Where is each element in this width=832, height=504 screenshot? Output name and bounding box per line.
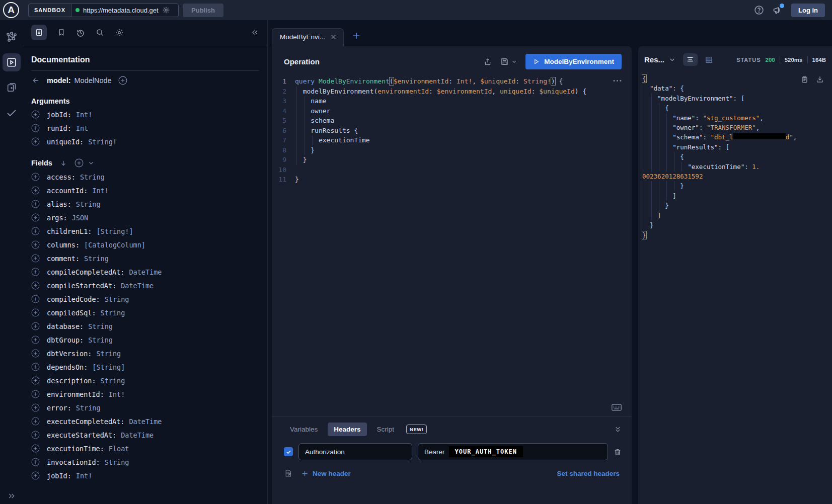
field-type-link[interactable]: String <box>84 255 109 263</box>
header-key-input[interactable]: Authorization <box>298 443 412 460</box>
edit-as-code-icon[interactable] <box>284 469 292 478</box>
add-to-operation-plus-icon[interactable] <box>31 200 40 208</box>
response-dropdown-chevron-icon[interactable] <box>669 56 675 63</box>
field-type-link[interactable]: String <box>76 200 101 208</box>
new-header-button[interactable]: New header <box>301 470 351 477</box>
field-type-link[interactable]: String <box>80 173 105 181</box>
sort-fields-arrow-icon[interactable] <box>60 159 67 167</box>
field-name[interactable]: columns: <box>47 241 80 249</box>
add-to-operation-plus-icon[interactable] <box>31 431 40 439</box>
field-name[interactable]: dbtGroup: <box>47 336 84 344</box>
add-to-operation-plus-icon[interactable] <box>31 240 40 249</box>
breadcrumb-type-link[interactable]: ModelNode <box>74 76 112 85</box>
endpoint-settings-gear-icon[interactable] <box>162 6 170 14</box>
add-all-fields-plus-icon[interactable] <box>74 158 84 167</box>
field-type-link[interactable]: String <box>88 336 113 344</box>
endpoint-url-box[interactable]: https://metadata.cloud.get <box>71 4 178 17</box>
field-name[interactable]: jobId: <box>47 111 71 119</box>
editor-code-line[interactable]: 3name <box>272 96 632 106</box>
field-name[interactable]: description: <box>47 377 96 385</box>
add-to-operation-plus-icon[interactable] <box>31 124 40 132</box>
schema-graph-icon[interactable] <box>3 28 21 46</box>
add-to-operation-plus-icon[interactable] <box>31 186 40 195</box>
field-type-link[interactable]: Int! <box>76 111 93 119</box>
field-type-link[interactable]: DateTime <box>121 282 154 290</box>
editor-code-line[interactable]: 11} <box>272 175 632 185</box>
field-name[interactable]: compileStartedAt: <box>47 282 116 290</box>
field-name[interactable]: access: <box>47 173 75 181</box>
editor-code-line[interactable]: 9} <box>272 155 632 165</box>
share-operation-icon[interactable] <box>484 57 492 66</box>
field-name[interactable]: compileCompletedAt: <box>47 268 124 276</box>
field-type-link[interactable]: [String] <box>92 363 125 371</box>
field-type-link[interactable]: [CatalogColumn] <box>84 241 145 249</box>
delete-header-trash-icon[interactable] <box>614 448 622 456</box>
graphql-editor[interactable]: 1query ModelByEnvironment($environmentId… <box>272 74 632 416</box>
run-operation-button[interactable]: ModelByEnvironment <box>525 54 622 69</box>
collapse-panel-icon[interactable] <box>251 29 259 36</box>
field-type-link[interactable]: Int! <box>92 187 109 195</box>
operation-tab[interactable]: ModelByEnvi... <box>272 28 344 46</box>
response-json-viewer[interactable]: {"data": {"modelByEnvironment": [{"name"… <box>638 70 832 504</box>
editor-code-line[interactable]: 7executionTime <box>272 135 632 145</box>
field-type-link[interactable]: String! <box>88 138 117 146</box>
field-type-link[interactable]: DateTime <box>121 431 154 439</box>
documentation-tab-icon[interactable] <box>31 25 47 40</box>
field-name[interactable]: accountId: <box>47 187 88 195</box>
editor-code-line[interactable]: 4owner <box>272 106 632 116</box>
endpoint-url[interactable]: https://metadata.cloud.get <box>83 7 159 14</box>
add-to-operation-plus-icon[interactable] <box>31 268 40 276</box>
field-name[interactable]: invocationId: <box>47 458 100 466</box>
help-icon[interactable] <box>754 5 764 15</box>
add-to-operation-plus-icon[interactable] <box>31 471 40 480</box>
checks-icon[interactable] <box>3 104 21 122</box>
new-tab-plus-icon[interactable] <box>352 31 361 40</box>
field-type-link[interactable]: [String!] <box>96 227 133 235</box>
field-type-link[interactable]: Int <box>76 124 88 132</box>
add-to-operation-plus-icon[interactable] <box>31 376 40 385</box>
back-arrow-icon[interactable] <box>31 76 40 85</box>
field-name[interactable]: compiledSql: <box>47 309 96 317</box>
field-type-link[interactable]: String <box>88 322 113 330</box>
expand-rail-chevrons-icon[interactable] <box>7 492 16 500</box>
field-name[interactable]: environmentId: <box>47 390 104 398</box>
field-name[interactable]: runId: <box>47 124 71 132</box>
editor-code-line[interactable]: 5schema <box>272 116 632 126</box>
field-name[interactable]: error: <box>47 404 71 412</box>
close-tab-icon[interactable] <box>330 34 337 40</box>
add-to-operation-plus-icon[interactable] <box>31 322 40 330</box>
save-operation-icon[interactable] <box>500 57 509 66</box>
field-name[interactable]: executionTime: <box>47 445 104 453</box>
field-name[interactable]: dbtVersion: <box>47 350 92 358</box>
field-name[interactable]: alias: <box>47 200 71 208</box>
add-to-operation-plus-icon[interactable] <box>31 295 40 303</box>
field-type-link[interactable]: String <box>76 404 101 412</box>
field-type-link[interactable]: String <box>105 295 129 303</box>
editor-code-line[interactable]: 8} <box>272 145 632 155</box>
field-name[interactable]: args: <box>47 214 67 222</box>
field-name[interactable]: database: <box>47 322 84 330</box>
search-icon[interactable] <box>96 28 104 37</box>
add-to-operation-plus-icon[interactable] <box>31 213 40 222</box>
editor-code-line[interactable]: 10 <box>272 165 632 175</box>
save-options-chevron-icon[interactable] <box>511 59 517 64</box>
editor-code-line[interactable]: 6runResults { <box>272 126 632 136</box>
publish-button[interactable]: Publish <box>183 4 223 17</box>
add-to-operation-plus-icon[interactable] <box>31 390 40 398</box>
field-type-link[interactable]: String <box>101 377 125 385</box>
add-field-plus-icon[interactable] <box>118 76 127 85</box>
add-to-operation-plus-icon[interactable] <box>31 403 40 412</box>
collapse-bottom-panel-icon[interactable] <box>614 426 622 433</box>
field-name[interactable]: dependsOn: <box>47 363 88 371</box>
field-name[interactable]: executeStartedAt: <box>47 431 116 439</box>
field-name[interactable]: compiledCode: <box>47 295 100 303</box>
tab-script[interactable]: Script <box>371 423 401 436</box>
tab-variables[interactable]: Variables <box>284 423 324 436</box>
add-to-operation-plus-icon[interactable] <box>31 444 40 453</box>
add-to-operation-plus-icon[interactable] <box>31 308 40 317</box>
fields-options-chevron-icon[interactable] <box>88 160 94 166</box>
add-to-operation-plus-icon[interactable] <box>31 417 40 426</box>
field-type-link[interactable]: String <box>105 458 129 466</box>
add-to-operation-plus-icon[interactable] <box>31 335 40 344</box>
auth-token-value[interactable]: YOUR_AUTH_TOKEN <box>449 446 523 457</box>
